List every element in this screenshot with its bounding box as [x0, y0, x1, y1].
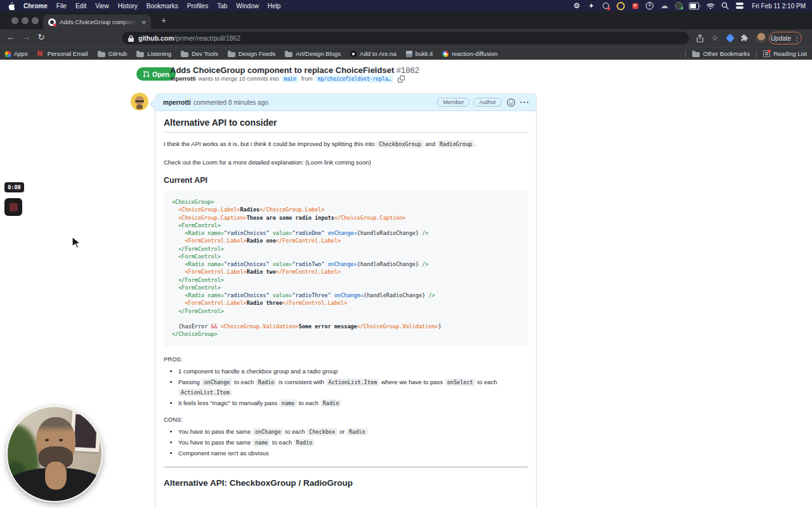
- extensions-puzzle-icon[interactable]: [739, 33, 749, 43]
- new-tab-button[interactable]: +: [157, 15, 170, 25]
- other-bookmarks-folder[interactable]: Other Bookmarks: [692, 50, 750, 57]
- emoji-reaction-icon[interactable]: [507, 98, 515, 107]
- bookmark-bukk-it[interactable]: bukk.it: [406, 50, 433, 57]
- profile-avatar[interactable]: [756, 32, 767, 44]
- folder-icon: [181, 52, 188, 57]
- reading-list-icon: [763, 50, 770, 57]
- menu-history[interactable]: History: [114, 3, 142, 10]
- bookmark-reaction-diffusion[interactable]: reaction-diffusion: [442, 50, 497, 57]
- update-button[interactable]: Update ⋮: [769, 32, 802, 44]
- pull-request-icon: [143, 70, 150, 77]
- share-icon[interactable]: [695, 33, 705, 43]
- bookmarks-divider: [756, 50, 757, 58]
- github-pr-page: Open Adds ChoiceGroup component to repla…: [0, 60, 812, 508]
- comment-author-avatar[interactable]: [131, 93, 148, 110]
- folder-icon: [136, 52, 144, 57]
- menu-bar-items: ChromeFileEditViewHistoryBookmarksProfil…: [19, 3, 285, 10]
- bookmark-art-design-blogs[interactable]: Art/Design Blogs: [285, 50, 341, 57]
- bookmark-github[interactable]: GitHub: [98, 50, 128, 57]
- recording-timer: 0:00: [4, 182, 24, 192]
- zero-badge-icon[interactable]: [645, 1, 654, 10]
- address-bar[interactable]: github.com /primer/react/pull/1862: [122, 32, 689, 44]
- traffic-light-minimize[interactable]: [22, 17, 29, 24]
- list-item: It feels less "magic" to manually pass n…: [178, 398, 528, 408]
- settings-gear-icon[interactable]: ⚙: [572, 1, 581, 10]
- paragraph-2: Check out the Loom for a more detailed e…: [164, 157, 528, 168]
- folder-icon: [692, 52, 700, 57]
- bookmark-dev-tools[interactable]: Dev Tools: [181, 50, 218, 57]
- menu-edit[interactable]: Edit: [71, 3, 91, 10]
- battery-icon[interactable]: [689, 1, 700, 10]
- base-branch-chip[interactable]: main: [282, 76, 299, 83]
- globe-status-icon[interactable]: [674, 1, 683, 10]
- menu-bar-status-area: ⚙☁ Fri Feb 11 2:10 PM: [572, 1, 806, 10]
- url-host: github.com: [138, 34, 174, 42]
- list-item: 1 component to handle a checkbox group a…: [178, 366, 528, 377]
- lock-icon: [128, 35, 134, 42]
- comment-card: mperrotti commented 8 minutes ago Member…: [155, 93, 537, 508]
- google-icon: [442, 51, 449, 57]
- timer-app-icon[interactable]: [616, 1, 625, 10]
- health-app-icon[interactable]: [631, 1, 639, 10]
- menu-tab[interactable]: Tab: [213, 3, 232, 10]
- reading-list-button[interactable]: Reading List: [763, 50, 807, 57]
- control-center-icon[interactable]: [735, 1, 744, 10]
- menu-view[interactable]: View: [91, 3, 114, 10]
- extension-gem-icon[interactable]: [725, 33, 735, 43]
- grid-icon: [5, 51, 11, 57]
- head-branch-chip[interactable]: mp/choicefieldset-repla…: [315, 76, 394, 83]
- kebab-menu-icon[interactable]: [520, 98, 528, 107]
- menu-bar-clock[interactable]: Fri Feb 11 2:10 PM: [752, 3, 806, 10]
- copy-branch-icon[interactable]: [398, 76, 405, 83]
- traffic-light-close[interactable]: [11, 17, 18, 24]
- stop-recording-button[interactable]: [4, 198, 22, 216]
- paragraph-1: I think the API works as it is, but I th…: [164, 139, 528, 149]
- comment-timestamp[interactable]: commented 8 minutes ago: [193, 99, 268, 106]
- back-button[interactable]: ←: [5, 32, 16, 42]
- comment-author-link[interactable]: mperrotti: [163, 99, 191, 106]
- browser-menu-icon[interactable]: ⋮: [794, 35, 800, 42]
- menu-file[interactable]: File: [52, 3, 71, 10]
- traffic-light-zoom[interactable]: [32, 17, 39, 24]
- menu-profiles[interactable]: Profiles: [183, 3, 213, 10]
- list-item: Component name isn't as obvious: [178, 448, 528, 458]
- pr-author-link[interactable]: mperrotti: [171, 76, 196, 82]
- spotlight-search-icon[interactable]: [721, 1, 730, 10]
- bookmark-add-to-are-na[interactable]: Add to Are.na: [350, 50, 396, 57]
- bookmark-apps[interactable]: Apps: [5, 50, 28, 57]
- pros-list: 1 component to handle a checkbox group a…: [164, 366, 528, 408]
- tab-close-icon[interactable]: ×: [142, 18, 146, 26]
- cons-label: CONS:: [164, 416, 528, 423]
- list-item: Passing onChange to each Radio is consis…: [178, 377, 528, 398]
- current-api-heading: Current API: [164, 176, 528, 185]
- apple-menu-icon[interactable]: [6, 2, 15, 10]
- menu-chrome[interactable]: Chrome: [19, 3, 52, 10]
- folder-icon: [228, 52, 235, 57]
- cons-list: You have to pass the same onChange to ea…: [164, 427, 528, 458]
- url-path: /primer/react/pull/1862: [174, 34, 240, 42]
- cloud-sync-icon[interactable]: ☁: [660, 1, 669, 10]
- wifi-icon[interactable]: [706, 1, 715, 10]
- forward-button[interactable]: →: [20, 32, 32, 42]
- menu-help[interactable]: Help: [263, 3, 285, 10]
- bookmark-star-icon[interactable]: ☆: [710, 33, 720, 43]
- chrome-tab-strip: Adds ChoiceGroup component × +: [0, 11, 812, 29]
- pr-number: #1862: [396, 65, 419, 75]
- screen: ChromeFileEditViewHistoryBookmarksProfil…: [0, 0, 812, 508]
- sparkle-app-icon[interactable]: [587, 1, 596, 10]
- menu-window[interactable]: Window: [232, 3, 263, 10]
- code-block: <ChoiceGroup> <ChoiceGroup.Label>Radios<…: [164, 190, 528, 347]
- chrome-toolbar: ← → ↻ github.com /primer/react/pull/1862…: [0, 29, 812, 47]
- bookmark-listening[interactable]: Listening: [136, 50, 171, 57]
- bookmark-personal-email[interactable]: Personal Email: [37, 50, 88, 57]
- bookmarks-divider: [685, 50, 686, 58]
- list-item: You have to pass the same name to each R…: [178, 438, 528, 448]
- camera-app-icon[interactable]: [601, 1, 610, 10]
- bookmarks-bar: AppsPersonal EmailGitHubListeningDev Too…: [0, 47, 812, 60]
- browser-tab[interactable]: Adds ChoiceGroup component ×: [43, 15, 151, 29]
- bookmark-design-feeds[interactable]: Design Feeds: [228, 50, 276, 57]
- webcam-bubble[interactable]: [6, 406, 103, 502]
- menu-bookmarks[interactable]: Bookmarks: [142, 3, 183, 10]
- reload-button[interactable]: ↻: [36, 32, 47, 42]
- badge-member: Member: [437, 98, 469, 107]
